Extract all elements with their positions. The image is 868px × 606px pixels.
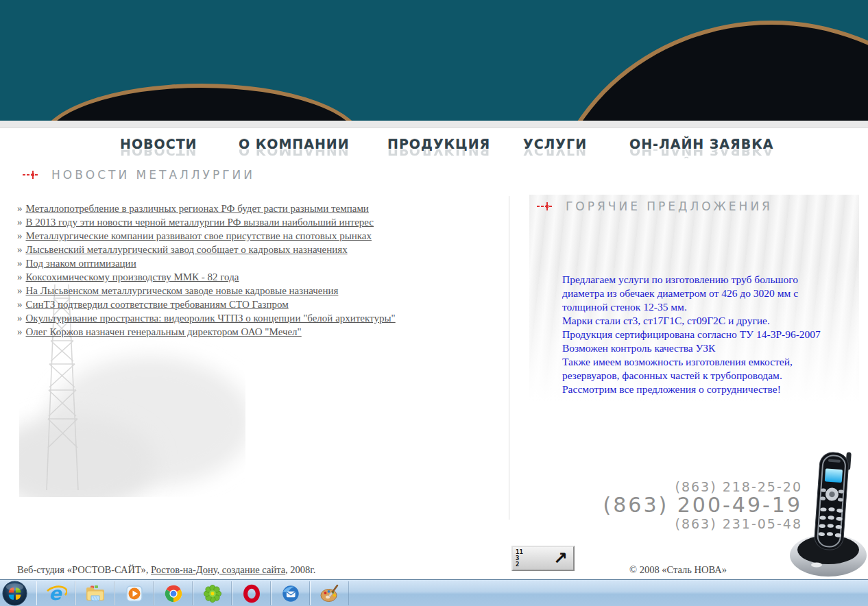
footer-credits: Веб-студия «РОСТОВ-САЙТ», Ростов-на-Дону…	[17, 564, 315, 576]
bullet: »	[17, 244, 23, 255]
red-cross-icon	[23, 171, 39, 179]
news-list-item: »Окультуривание пространства: видеоролик…	[17, 311, 490, 325]
nav-label-reflection: ПРОДУКЦИЯ	[387, 149, 490, 158]
footer-studio-text: Веб-студия «РОСТОВ-САЙТ»,	[17, 564, 151, 575]
windows-orb-icon	[2, 581, 27, 606]
taskbar-item-thunderbird[interactable]	[271, 581, 310, 605]
footer-year-text: , 2008г.	[285, 564, 315, 575]
nav-item-news[interactable]: НОВОСТИ НОВОСТИ	[120, 136, 197, 158]
news-link[interactable]: На Лысьвенском металлургическом заводе н…	[26, 285, 339, 296]
thunderbird-icon	[280, 583, 301, 604]
media-player-icon	[123, 583, 145, 605]
news-link[interactable]: Под знаком оптимизации	[26, 258, 136, 269]
internet-explorer-icon: e	[45, 583, 67, 605]
nav-label-reflection: НОВОСТИ	[120, 149, 197, 158]
news-list-item: »Под знаком оптимизации	[17, 256, 490, 270]
offer-line: Также имеем возможность изготовления емк…	[562, 355, 838, 383]
news-section-header: НОВОСТИ МЕТАЛЛУРГИИ	[23, 168, 255, 182]
phone-numbers: (863) 218-25-20 (863) 200-49-19 (863) 23…	[603, 480, 802, 532]
footer-studio-link[interactable]: Ростов-на-Дону, создание сайта	[151, 564, 285, 575]
bullet: »	[17, 285, 23, 296]
bullet: »	[17, 230, 23, 241]
news-link[interactable]: Металлургические компании развивают свое…	[26, 230, 372, 241]
nav-item-online-order[interactable]: ОН-ЛАЙН ЗАЯВКА ОН-ЛАЙН ЗАЯВКА	[629, 136, 773, 158]
offer-line: Возможен контроль качества УЗК	[562, 341, 838, 355]
news-list: »Металлопотребление в различных регионах…	[17, 202, 490, 339]
counter-row: 2	[516, 561, 536, 568]
paint-palette-icon	[319, 583, 341, 605]
taskbar-item-windows-explorer[interactable]	[75, 581, 114, 605]
nav-label-reflection: ОН-ЛАЙН ЗАЯВКА	[629, 149, 773, 158]
bullet: »	[17, 258, 23, 269]
red-cross-icon	[537, 202, 553, 210]
chrome-icon	[163, 583, 184, 604]
bullet: »	[17, 203, 23, 214]
bullet: »	[17, 217, 23, 228]
news-list-item: »СинТЗ подтвердил соответствие требовани…	[17, 298, 490, 311]
bullet: »	[17, 299, 23, 310]
icq-flower-icon	[202, 583, 223, 604]
main-nav: НОВОСТИ НОВОСТИ О КОМПАНИИ О КОМПАНИИ ПР…	[0, 136, 868, 168]
taskbar-item-icq[interactable]	[193, 581, 232, 605]
nav-label-reflection: О КОМПАНИИ	[239, 149, 350, 158]
counter-arrow-icon: ↗	[536, 550, 573, 567]
news-list-item: »На Лысьвенском металлургическом заводе …	[17, 284, 490, 298]
news-link[interactable]: Лысьвенский металлургический завод сообщ…	[26, 244, 348, 255]
news-list-item: »В 2013 году эти новости черной металлур…	[17, 215, 490, 229]
phone-number-top: (863) 218-25-20	[603, 480, 802, 494]
news-link[interactable]: Металлопотребление в различных регионах …	[26, 203, 369, 214]
news-link[interactable]: Коксохимическому производству ММК - 82 г…	[26, 271, 239, 282]
news-link[interactable]: Окультуривание пространства: видеоролик …	[26, 313, 396, 324]
news-list-item: »Коксохимическому производству ММК - 82 …	[17, 270, 490, 284]
offer-line: Предлагаем услуги по изготовлению труб б…	[562, 273, 838, 314]
news-link[interactable]: В 2013 году эти новости черной металлург…	[26, 217, 374, 228]
nav-label-reflection: УСЛУГИ	[523, 149, 587, 158]
taskbar-item-opera[interactable]	[232, 581, 271, 605]
nav-item-about[interactable]: О КОМПАНИИ О КОМПАНИИ	[239, 136, 350, 158]
taskbar-item-internet-explorer[interactable]: e	[36, 581, 75, 605]
hit-counter-digits: 11 3 2	[513, 549, 536, 568]
site-header-banner	[0, 0, 868, 121]
start-button[interactable]	[2, 581, 27, 606]
copyright-text: © 2008 «Сталь НОВА»	[629, 564, 727, 576]
opera-icon	[241, 583, 262, 604]
hot-offers-title: ГОРЯЧИЕ ПРЕДЛОЖЕНИЯ	[566, 199, 773, 213]
header-dome-left	[40, 84, 363, 121]
hot-offers-header: ГОРЯЧИЕ ПРЕДЛОЖЕНИЯ	[537, 199, 773, 213]
header-divider-strip	[0, 121, 868, 128]
cordless-phone-image	[786, 451, 868, 579]
taskbar-item-paint[interactable]	[310, 581, 349, 605]
nav-item-services[interactable]: УСЛУГИ УСЛУГИ	[523, 136, 587, 158]
nav-item-products[interactable]: ПРОДУКЦИЯ ПРОДУКЦИЯ	[387, 136, 490, 158]
taskbar-item-chrome[interactable]	[154, 581, 193, 605]
offer-line: Марки стали ст3, ст17Г1С, ст09Г2С и друг…	[562, 314, 838, 328]
news-section-title: НОВОСТИ МЕТАЛЛУРГИИ	[51, 168, 255, 182]
hit-counter-widget[interactable]: 11 3 2 ↗	[511, 546, 575, 571]
phone-number-main: (863) 200-49-19	[603, 494, 802, 516]
bullet: »	[17, 313, 23, 324]
news-link[interactable]: Олег Коржов назначен генеральным директо…	[26, 326, 302, 337]
news-list-item: »Металлопотребление в различных регионах…	[17, 202, 490, 215]
hot-offers-text: Предлагаем услуги по изготовлению труб б…	[562, 273, 838, 396]
header-dome-right	[543, 21, 868, 121]
folder-explorer-icon	[84, 583, 106, 605]
windows-taskbar: e	[0, 579, 868, 606]
taskbar-item-media-player[interactable]	[114, 581, 154, 605]
desktop-screen: НОВОСТИ НОВОСТИ О КОМПАНИИ О КОМПАНИИ ПР…	[0, 0, 868, 606]
news-list-item: »Олег Коржов назначен генеральным директ…	[17, 325, 490, 339]
news-link[interactable]: СинТЗ подтвердил соответствие требования…	[26, 299, 289, 310]
bullet: »	[17, 271, 23, 282]
news-list-item: »Металлургические компании развивают сво…	[17, 229, 490, 243]
bullet: »	[17, 326, 23, 337]
phone-number-bottom: (863) 231-05-48	[603, 516, 802, 532]
news-list-item: »Лысьвенский металлургический завод сооб…	[17, 243, 490, 256]
offer-line: Продукция сертифицирована согласно ТУ 14…	[562, 328, 838, 341]
column-divider	[509, 196, 509, 520]
offer-line: Рассмотрим все предложения о сотрудничес…	[562, 383, 838, 396]
